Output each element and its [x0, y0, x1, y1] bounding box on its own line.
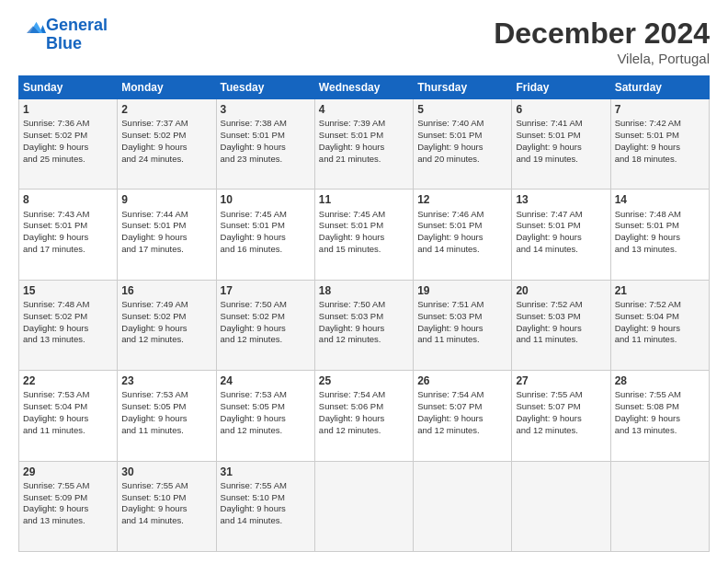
- day-info: Daylight: 9 hours: [516, 142, 606, 154]
- calendar-cell: 14Sunrise: 7:48 AMSunset: 5:01 PMDayligh…: [610, 190, 709, 280]
- day-info: Daylight: 9 hours: [319, 413, 409, 425]
- day-info: Sunset: 5:01 PM: [319, 130, 409, 142]
- day-info: Sunrise: 7:43 AM: [23, 209, 113, 221]
- day-info: and 23 minutes.: [221, 154, 311, 166]
- day-info: Sunrise: 7:51 AM: [417, 299, 507, 311]
- day-info: Sunset: 5:08 PM: [615, 401, 705, 413]
- day-info: Sunrise: 7:50 AM: [221, 299, 311, 311]
- day-info: Sunset: 5:02 PM: [221, 311, 311, 323]
- day-number: 14: [615, 192, 705, 207]
- calendar-cell: 15Sunrise: 7:48 AMSunset: 5:02 PMDayligh…: [19, 280, 118, 370]
- day-info: Sunset: 5:04 PM: [615, 311, 705, 323]
- day-info: Sunrise: 7:55 AM: [23, 480, 113, 492]
- calendar-cell: 6Sunrise: 7:41 AMSunset: 5:01 PMDaylight…: [512, 99, 610, 190]
- day-info: Sunrise: 7:53 AM: [121, 389, 211, 401]
- day-info: Sunset: 5:10 PM: [121, 492, 211, 504]
- day-info: Daylight: 9 hours: [221, 142, 311, 154]
- day-info: Sunrise: 7:52 AM: [615, 299, 705, 311]
- logo-blue: Blue: [46, 34, 82, 52]
- day-number: 26: [417, 373, 507, 388]
- day-info: and 12 minutes.: [516, 425, 606, 437]
- day-info: and 12 minutes.: [417, 425, 507, 437]
- day-info: Sunrise: 7:52 AM: [516, 299, 606, 311]
- day-info: and 11 minutes.: [417, 334, 507, 346]
- day-info: Sunrise: 7:40 AM: [417, 118, 507, 130]
- day-info: Sunset: 5:09 PM: [23, 492, 113, 504]
- calendar-cell: [314, 461, 413, 551]
- day-info: and 19 minutes.: [516, 154, 606, 166]
- day-info: Sunrise: 7:37 AM: [121, 118, 211, 130]
- day-info: Sunset: 5:01 PM: [417, 130, 507, 142]
- calendar-cell: 20Sunrise: 7:52 AMSunset: 5:03 PMDayligh…: [512, 280, 610, 370]
- day-number: 17: [221, 283, 311, 298]
- day-number: 22: [23, 373, 113, 388]
- logo: General Blue: [18, 17, 108, 53]
- calendar-cell: 10Sunrise: 7:45 AMSunset: 5:01 PMDayligh…: [216, 190, 314, 280]
- weekday-wednesday: Wednesday: [314, 76, 413, 99]
- day-info: Daylight: 9 hours: [417, 142, 507, 154]
- day-info: Sunrise: 7:41 AM: [516, 118, 606, 130]
- day-info: and 12 minutes.: [221, 425, 311, 437]
- day-info: Sunrise: 7:45 AM: [221, 209, 311, 221]
- calendar-week-0: 1Sunrise: 7:36 AMSunset: 5:02 PMDaylight…: [19, 99, 710, 190]
- weekday-friday: Friday: [512, 76, 610, 99]
- day-info: and 14 minutes.: [121, 515, 211, 527]
- day-info: Sunrise: 7:53 AM: [221, 389, 311, 401]
- day-number: 19: [417, 283, 507, 298]
- day-info: Sunrise: 7:48 AM: [23, 299, 113, 311]
- day-info: and 17 minutes.: [23, 244, 113, 256]
- day-number: 29: [23, 465, 113, 479]
- calendar-cell: 18Sunrise: 7:50 AMSunset: 5:03 PMDayligh…: [314, 280, 413, 370]
- day-number: 5: [417, 102, 507, 117]
- calendar-cell: 13Sunrise: 7:47 AMSunset: 5:01 PMDayligh…: [512, 190, 610, 280]
- day-info: Daylight: 9 hours: [121, 323, 211, 335]
- calendar-body: 1Sunrise: 7:36 AMSunset: 5:02 PMDaylight…: [19, 99, 710, 552]
- day-info: Daylight: 9 hours: [417, 232, 507, 244]
- header: General Blue December 2024 Vilela, Portu…: [18, 17, 710, 66]
- day-info: Sunset: 5:10 PM: [221, 492, 311, 504]
- day-info: Sunrise: 7:50 AM: [319, 299, 409, 311]
- day-info: and 11 minutes.: [121, 425, 211, 437]
- day-number: 13: [516, 192, 606, 207]
- day-info: and 25 minutes.: [23, 154, 113, 166]
- calendar-week-1: 8Sunrise: 7:43 AMSunset: 5:01 PMDaylight…: [19, 190, 710, 280]
- day-info: Sunset: 5:02 PM: [23, 130, 113, 142]
- day-info: Daylight: 9 hours: [319, 323, 409, 335]
- day-number: 15: [23, 283, 113, 298]
- day-info: Daylight: 9 hours: [221, 323, 311, 335]
- day-number: 9: [121, 192, 211, 207]
- calendar-cell: 12Sunrise: 7:46 AMSunset: 5:01 PMDayligh…: [414, 190, 512, 280]
- weekday-tuesday: Tuesday: [216, 76, 314, 99]
- day-number: 3: [221, 102, 311, 117]
- day-info: Sunrise: 7:36 AM: [23, 118, 113, 130]
- weekday-header-row: SundayMondayTuesdayWednesdayThursdayFrid…: [19, 76, 710, 99]
- calendar-cell: 3Sunrise: 7:38 AMSunset: 5:01 PMDaylight…: [216, 99, 314, 190]
- day-info: Daylight: 9 hours: [221, 232, 311, 244]
- weekday-sunday: Sunday: [19, 76, 118, 99]
- day-info: Sunrise: 7:55 AM: [516, 389, 606, 401]
- day-info: Sunset: 5:07 PM: [516, 401, 606, 413]
- day-info: Daylight: 9 hours: [221, 503, 311, 515]
- day-info: Sunrise: 7:48 AM: [615, 209, 705, 221]
- day-info: Sunrise: 7:55 AM: [221, 480, 311, 492]
- day-info: and 13 minutes.: [23, 515, 113, 527]
- logo-general: General: [46, 16, 108, 34]
- calendar-cell: 16Sunrise: 7:49 AMSunset: 5:02 PMDayligh…: [118, 280, 216, 370]
- day-info: Daylight: 9 hours: [516, 413, 606, 425]
- day-info: Sunset: 5:03 PM: [417, 311, 507, 323]
- calendar-cell: 5Sunrise: 7:40 AMSunset: 5:01 PMDaylight…: [414, 99, 512, 190]
- day-info: Daylight: 9 hours: [417, 323, 507, 335]
- day-info: Sunrise: 7:44 AM: [121, 209, 211, 221]
- day-number: 4: [319, 102, 409, 117]
- day-info: and 14 minutes.: [417, 244, 507, 256]
- day-info: Daylight: 9 hours: [121, 413, 211, 425]
- weekday-saturday: Saturday: [610, 76, 709, 99]
- calendar-cell: 11Sunrise: 7:45 AMSunset: 5:01 PMDayligh…: [314, 190, 413, 280]
- day-info: Daylight: 9 hours: [23, 413, 113, 425]
- day-info: Sunrise: 7:54 AM: [319, 389, 409, 401]
- calendar-cell: 17Sunrise: 7:50 AMSunset: 5:02 PMDayligh…: [216, 280, 314, 370]
- title-block: December 2024 Vilela, Portugal: [494, 17, 710, 66]
- day-info: Sunset: 5:07 PM: [417, 401, 507, 413]
- day-info: and 11 minutes.: [615, 334, 705, 346]
- calendar-cell: 31Sunrise: 7:55 AMSunset: 5:10 PMDayligh…: [216, 461, 314, 551]
